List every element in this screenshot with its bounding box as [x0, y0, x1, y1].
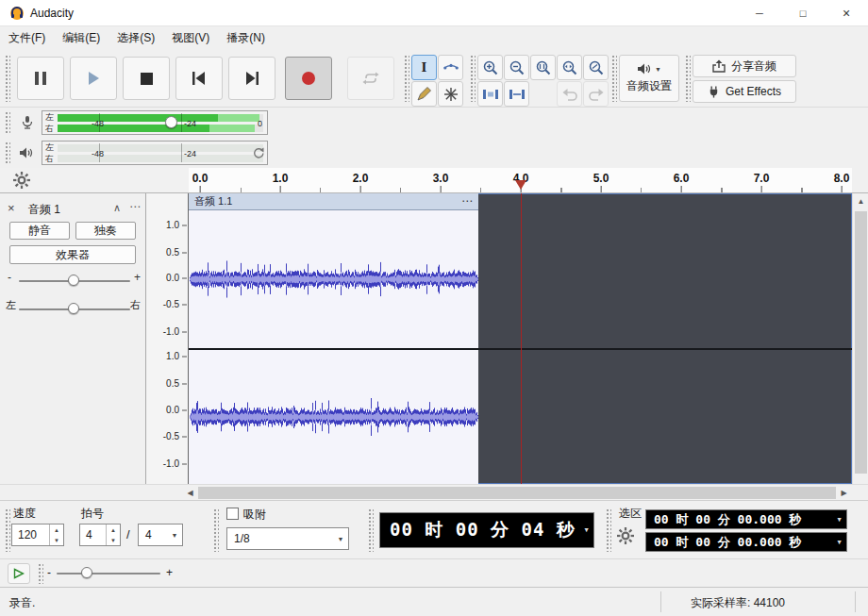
meter-tick	[181, 143, 182, 162]
recording-meter-grip[interactable]	[5, 111, 10, 134]
audio-position-display[interactable]: 00 时 00 分 04 秒 ▼	[379, 512, 594, 548]
gain-slider-thumb[interactable]	[68, 275, 79, 286]
timesig-upper-spinner[interactable]: 4 ▲▼	[79, 524, 121, 546]
speed-slider-grip[interactable]	[38, 563, 43, 584]
track-close-button[interactable]: ×	[8, 201, 15, 215]
amp-label: 1.0	[166, 220, 179, 230]
draw-tool-button[interactable]	[411, 81, 437, 107]
spin-down-icon[interactable]: ▼	[50, 535, 63, 545]
scroll-left-arrow[interactable]: ◀	[182, 485, 198, 501]
amp-label: 0.0	[166, 405, 179, 415]
ruler-tick-0: 0.0	[192, 172, 209, 185]
horizontal-scrollbar[interactable]: ◀ ▶	[0, 484, 868, 500]
playhead-marker[interactable]	[515, 180, 526, 190]
playback-meter-grip[interactable]	[5, 142, 10, 164]
spin-down-icon[interactable]: ▼	[107, 535, 120, 545]
loop-button[interactable]	[347, 57, 394, 100]
menu-item-select[interactable]: 选择(S)	[108, 26, 163, 49]
speed-slider[interactable]	[57, 573, 160, 574]
spin-up-icon[interactable]: ▲	[107, 524, 120, 535]
dropdown-icon[interactable]: ▼	[832, 516, 846, 524]
selection-fields-grip[interactable]	[606, 508, 611, 552]
clip-menu-button[interactable]: ⋯	[461, 193, 473, 209]
silence-audio-button[interactable]	[504, 81, 529, 107]
snap-toolbar-grip[interactable]	[213, 508, 219, 552]
vertical-scroll-thumb[interactable]	[855, 211, 867, 474]
solo-label: 独奏	[94, 223, 117, 239]
fit-selection-button[interactable]	[530, 55, 556, 80]
get-effects-button[interactable]: Get Effects	[693, 80, 796, 103]
skip-end-icon	[244, 72, 259, 85]
solo-button[interactable]: 独奏	[75, 222, 136, 240]
time-toolbar-grip[interactable]	[5, 508, 10, 552]
scroll-up-arrow[interactable]: ▲	[853, 193, 868, 209]
selection-start-field[interactable]: 00 时 00 分 00.000 秒 ▼	[645, 509, 847, 529]
vertical-scrollbar[interactable]: ▲ ▼	[852, 193, 868, 500]
envelope-tool-button[interactable]	[438, 55, 463, 80]
skip-to-end-button[interactable]	[228, 57, 275, 100]
redo-button[interactable]	[583, 81, 609, 107]
track-name[interactable]: 音频 1	[28, 202, 60, 218]
audio-setup-grip[interactable]	[611, 55, 617, 102]
selection-toolbar-grip[interactable]	[368, 508, 374, 552]
close-button[interactable]: ×	[825, 0, 868, 26]
effects-button[interactable]: 效果器	[9, 245, 136, 264]
playback-meter[interactable]: 左 右 -48 -24	[42, 141, 268, 165]
selection-tool-button[interactable]: I	[411, 55, 437, 80]
vertical-amplitude-ruler[interactable]: 1.0 0.5 0.0 -0.5 -1.0 1.0 0.5 0.0 -0.5 -…	[146, 193, 189, 484]
track-collapse-button[interactable]: ∧	[113, 202, 121, 214]
snap-checkbox[interactable]	[226, 508, 239, 520]
menu-item-edit[interactable]: 编辑(E)	[54, 26, 108, 49]
multi-tool-button[interactable]	[438, 81, 463, 107]
undo-button[interactable]	[557, 81, 582, 107]
dropdown-icon[interactable]: ▼	[579, 526, 593, 534]
waveform-channel-left[interactable]	[189, 210, 478, 348]
get-effects-label: Get Effects	[726, 85, 781, 98]
fit-project-button[interactable]	[557, 55, 582, 80]
timeline-gear-icon[interactable]	[13, 172, 30, 189]
share-toolbar-grip[interactable]	[685, 55, 691, 102]
selection-gear-icon[interactable]	[617, 527, 634, 544]
stop-button[interactable]	[123, 57, 170, 100]
play-button[interactable]	[70, 57, 117, 100]
scroll-right-arrow[interactable]: ▶	[836, 485, 852, 501]
play-at-speed-button[interactable]	[8, 563, 30, 584]
track-menu-button[interactable]: ⋯	[129, 200, 141, 213]
snap-select[interactable]: 1/8 ▼	[226, 527, 349, 550]
zoom-in-button[interactable]	[477, 55, 503, 80]
tempo-spinner[interactable]: 120 ▲▼	[11, 524, 64, 546]
waveform-channel-right[interactable]	[189, 350, 478, 484]
mute-button[interactable]: 静音	[9, 222, 70, 240]
audio-clip[interactable]: 音频 1.1 ⋯	[189, 193, 478, 484]
audio-setup-button[interactable]: ▼ 音频设置	[619, 55, 679, 102]
tempo-value[interactable]: 120	[12, 524, 49, 545]
skip-to-start-button[interactable]	[175, 57, 223, 100]
trim-audio-button[interactable]	[477, 81, 503, 107]
timesig-lower-select[interactable]: 4 ▼	[138, 524, 183, 546]
selection-end-field[interactable]: 00 时 00 分 00.000 秒 ▼	[645, 532, 847, 552]
zoom-toggle-button[interactable]	[583, 55, 609, 80]
speed-slider-thumb[interactable]	[81, 567, 92, 578]
timeline-ruler[interactable]: 0.0 1.0 2.0 3.0 4.0 5.0 6.0 7.0 8.0	[189, 168, 852, 193]
recording-volume-thumb[interactable]	[165, 116, 177, 128]
pan-slider-thumb[interactable]	[68, 303, 79, 314]
zoom-out-button[interactable]	[504, 55, 529, 80]
clip-header[interactable]: 音频 1.1 ⋯	[189, 193, 478, 210]
transport-toolbar-grip[interactable]	[5, 55, 10, 102]
menu-item-file[interactable]: 文件(F)	[0, 26, 54, 49]
menu-item-view[interactable]: 视图(V)	[163, 26, 218, 49]
pause-button[interactable]	[17, 57, 64, 100]
minimize-button[interactable]: ─	[738, 0, 781, 26]
maximize-button[interactable]: □	[781, 0, 825, 26]
spin-up-icon[interactable]: ▲	[50, 524, 63, 535]
recording-meter[interactable]: 左 右 -48 -24 0	[42, 110, 268, 135]
tools-toolbar-grip[interactable]	[404, 55, 409, 102]
share-audio-button[interactable]: 分享音频	[693, 55, 796, 77]
ruler-tick-6: 6.0	[674, 172, 690, 185]
menu-item-transport[interactable]: 播录(N)	[218, 26, 274, 49]
dropdown-icon[interactable]: ▼	[832, 539, 846, 546]
horizontal-scroll-thumb[interactable]	[198, 487, 836, 499]
edit-toolbar-grip[interactable]	[470, 55, 476, 102]
record-button[interactable]	[285, 57, 332, 100]
timesig-upper-value[interactable]: 4	[80, 524, 106, 545]
